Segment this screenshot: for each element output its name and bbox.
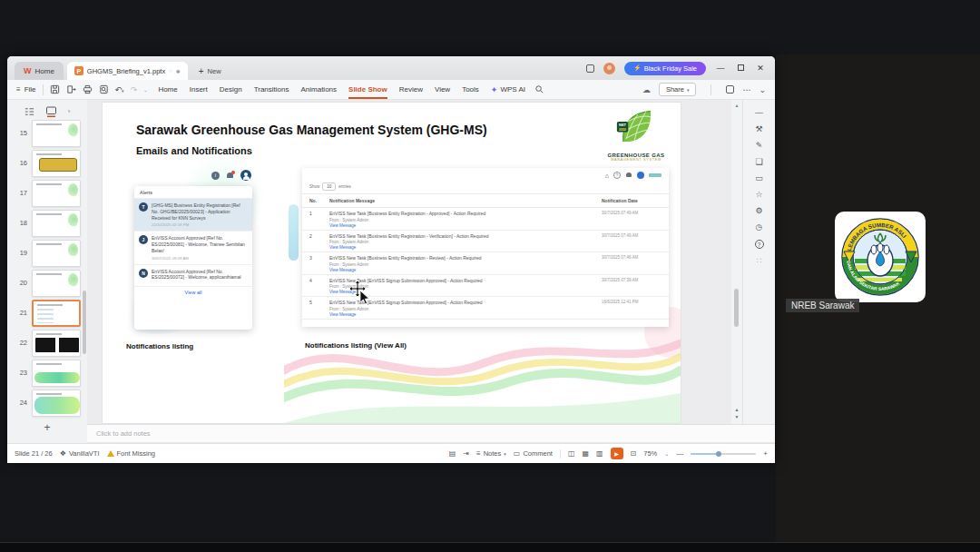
header-message: Notification Message: [329, 198, 602, 203]
undo-icon[interactable]: ↶▾: [115, 85, 124, 94]
panel-layout-icon[interactable]: [726, 85, 734, 94]
slide-24-thumbnail[interactable]: [32, 389, 81, 417]
tools-icon[interactable]: ⚒: [755, 125, 762, 133]
slide-thumbnail-row[interactable]: 21: [7, 298, 87, 328]
view-message-link: View Message: [329, 245, 594, 250]
menu-slide-show[interactable]: Slide Show: [348, 85, 387, 94]
slide-panel: › 15 16 17 18 19 20 21 22 23 24 +: [7, 100, 87, 443]
wps-window: W Home P GHGMS_Briefing_v1.pptx ◌ ✱ + Ne…: [7, 56, 775, 463]
menu-review[interactable]: Review: [399, 85, 423, 94]
slide-view-icon[interactable]: [45, 106, 57, 117]
collapse-toolbar-icon[interactable]: —: [755, 109, 763, 117]
theme-indicator[interactable]: ❖ VanillaVTI: [60, 449, 100, 458]
normal-view-icon[interactable]: ◫: [568, 449, 575, 458]
zoom-out-button[interactable]: —: [676, 449, 683, 458]
history-icon[interactable]: ◷: [756, 223, 763, 232]
comment-panel-icon[interactable]: ▭: [755, 174, 763, 182]
tab-sync-icon[interactable]: ◌: [169, 68, 172, 74]
account-avatar[interactable]: [603, 63, 615, 74]
menu-design[interactable]: Design: [220, 85, 242, 94]
notes-panel-icon[interactable]: ▤: [449, 449, 456, 458]
search-icon[interactable]: [534, 84, 544, 94]
document-tab[interactable]: P GHGMS_Briefing_v1.pptx ◌ ✱: [67, 62, 188, 80]
slide-thumbnail-row[interactable]: 23: [7, 358, 87, 388]
table-row: 2 EnVISS New Task [Business Entity Regis…: [302, 231, 669, 253]
new-tab-button[interactable]: + New: [199, 62, 221, 80]
slide-nav-buttons[interactable]: ▲▼: [731, 407, 742, 420]
slide-thumbnail-row[interactable]: 19: [7, 238, 87, 268]
scrollbar-thumb[interactable]: [734, 289, 739, 327]
notes-area[interactable]: Click to add notes: [87, 424, 775, 443]
slide-23-thumbnail[interactable]: [32, 360, 81, 387]
qat-more-icon[interactable]: ⌄: [143, 87, 147, 93]
shapes-icon[interactable]: ❑: [755, 158, 762, 166]
panel-scrollbar-thumb[interactable]: [83, 291, 86, 354]
maximize-button[interactable]: [735, 64, 746, 73]
slide-21-thumbnail-selected[interactable]: [32, 300, 81, 327]
tab-modified-icon[interactable]: ✱: [176, 68, 181, 74]
alert-date: 21/10/2025 02:19 PM: [152, 222, 248, 227]
save-icon[interactable]: [50, 84, 60, 94]
slide-number: 22: [15, 339, 27, 347]
slide-16-thumbnail[interactable]: [32, 150, 81, 177]
zoom-chevron-icon[interactable]: ⌄: [664, 450, 669, 457]
menu-tools[interactable]: Tools: [462, 85, 479, 94]
vertical-scrollbar[interactable]: ▴ ▲▼: [731, 100, 742, 424]
home-tab[interactable]: W Home: [15, 62, 64, 80]
print-preview-icon[interactable]: [99, 84, 109, 94]
wps-ai-button[interactable]: ✦ WPS AI: [491, 85, 525, 94]
settings-icon[interactable]: ⚙: [755, 207, 762, 215]
slide-thumbnail-row[interactable]: 16: [7, 148, 87, 178]
menu-transitions[interactable]: Transitions: [254, 85, 289, 94]
collapse-panel-icon[interactable]: ›: [68, 107, 71, 115]
help-panel-icon[interactable]: ?: [755, 240, 764, 249]
slide-19-thumbnail[interactable]: [32, 240, 81, 267]
slide-20-thumbnail[interactable]: [32, 270, 81, 297]
edit-style-icon[interactable]: ✎: [756, 142, 763, 150]
collapse-ribbon-icon[interactable]: ⌄: [759, 85, 766, 94]
export-icon[interactable]: [66, 84, 76, 94]
favorites-icon[interactable]: ☆: [755, 191, 762, 199]
zoom-in-button[interactable]: +: [763, 449, 768, 458]
zoom-slider-knob[interactable]: [716, 451, 721, 457]
menu-view[interactable]: View: [435, 85, 450, 94]
add-slide-button[interactable]: +: [7, 421, 87, 434]
slideshow-play-button[interactable]: ▶: [611, 448, 623, 459]
slide-22-thumbnail[interactable]: [32, 330, 81, 357]
window-mode-icon[interactable]: [586, 64, 594, 73]
slide-18-thumbnail[interactable]: [32, 210, 81, 237]
slide-thumbnail-row[interactable]: 18: [7, 208, 87, 238]
slide-sorter-icon[interactable]: ▦: [582, 449, 589, 458]
jump-to-icon[interactable]: ⇥: [463, 449, 469, 458]
notes-toggle[interactable]: ≡ Notes ▾: [476, 449, 506, 458]
promo-button[interactable]: ⚡ Black Friday Sale: [624, 62, 706, 75]
slide-17-thumbnail[interactable]: [32, 180, 81, 207]
menu-animations[interactable]: Animations: [300, 85, 337, 94]
apps-grid-icon[interactable]: ∷: [757, 257, 762, 265]
slide-thumbnail-row[interactable]: 17: [7, 178, 87, 208]
print-icon[interactable]: [83, 84, 93, 94]
fit-to-window-icon[interactable]: ⊡: [631, 449, 637, 458]
menu-insert[interactable]: Insert: [190, 85, 208, 94]
file-menu[interactable]: ≡ File: [16, 85, 36, 94]
share-button[interactable]: Share ▾: [659, 83, 697, 96]
close-button[interactable]: ✕: [755, 64, 766, 73]
redo-icon[interactable]: ↷: [131, 85, 138, 94]
menu-home[interactable]: Home: [158, 85, 177, 94]
scroll-up-icon[interactable]: ▴: [731, 102, 742, 108]
reading-view-icon[interactable]: ▥: [596, 449, 603, 458]
slide-thumbnail-row[interactable]: 22: [7, 328, 87, 358]
slide-15-thumbnail[interactable]: [32, 120, 81, 147]
slide[interactable]: Sarawak Greenhouse Gas Management System…: [103, 103, 681, 423]
more-options-icon[interactable]: ⋯: [742, 85, 750, 94]
menu-bar: ≡ File ↶▾ ↷ ⌄ Home Insert Design Transit…: [7, 80, 775, 100]
slide-thumbnail-row[interactable]: 24: [7, 388, 87, 418]
slide-thumbnail-row[interactable]: 15: [7, 118, 87, 148]
minimize-button[interactable]: —: [715, 64, 726, 73]
outline-view-icon[interactable]: [24, 107, 34, 116]
cloud-sync-icon[interactable]: ☁: [642, 85, 651, 94]
font-missing-warning[interactable]: Font Missing: [107, 449, 156, 458]
zoom-slider[interactable]: [691, 453, 756, 455]
comment-button[interactable]: ▭ Comment: [514, 449, 553, 458]
slide-thumbnail-row[interactable]: 20: [7, 268, 87, 298]
